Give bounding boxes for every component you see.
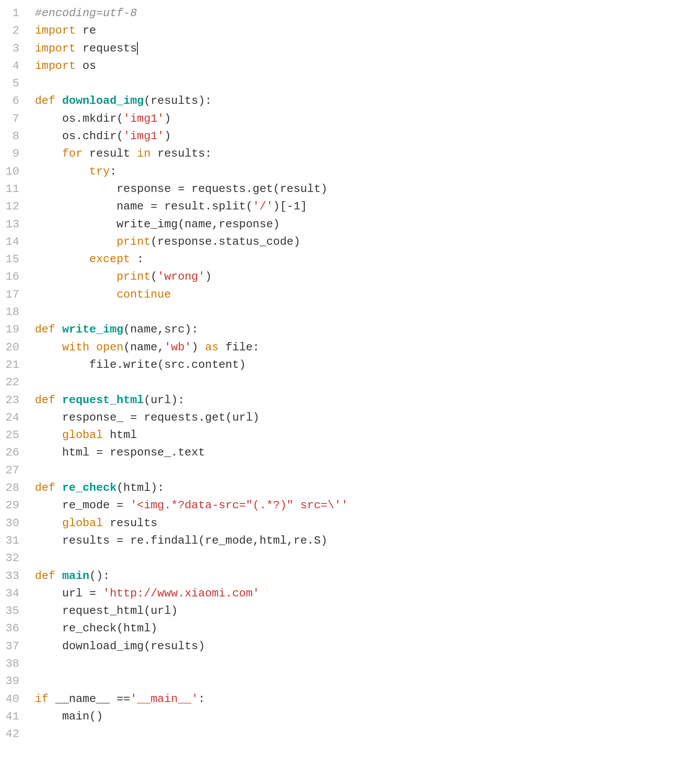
code-line: print(response.status_code): [35, 233, 691, 250]
line-number: 21: [4, 356, 19, 373]
line-number: 13: [4, 216, 19, 233]
line-number: 16: [4, 268, 19, 285]
line-number: 7: [4, 110, 19, 127]
code-line: [35, 672, 691, 690]
line-number: 37: [4, 637, 19, 655]
code-line: results = re.findall(re_mode,html,re.S): [35, 532, 691, 549]
line-number: 18: [4, 303, 19, 321]
line-number: 38: [4, 655, 19, 672]
line-number: 26: [4, 444, 19, 461]
code-line: try:: [35, 163, 691, 180]
code-line: global results: [35, 514, 691, 532]
code-line: re_check(html): [35, 620, 691, 637]
line-number: 10: [4, 163, 19, 180]
line-number: 34: [4, 585, 19, 602]
line-number: 17: [4, 286, 19, 303]
line-number: 11: [4, 180, 19, 198]
code-line: [35, 303, 691, 321]
code-line: html = response_.text: [35, 444, 691, 461]
line-number: 42: [4, 725, 19, 743]
code-line: [35, 373, 691, 391]
line-number: 15: [4, 250, 19, 268]
line-number: 25: [4, 426, 19, 444]
line-number: 3: [4, 40, 19, 57]
code-line: name = result.split('/')[-1]: [35, 198, 691, 215]
code-line: with open(name,'wb') as file:: [35, 339, 691, 356]
line-number: 40: [4, 690, 19, 708]
code-editor: 1234567891011121314151617181920212223242…: [0, 0, 700, 757]
code-line: def main():: [35, 567, 691, 585]
line-number: 24: [4, 409, 19, 426]
code-line: download_img(results): [35, 637, 691, 655]
line-number: 33: [4, 567, 19, 585]
code-line: import requests: [35, 40, 691, 57]
code-line: import os: [35, 57, 691, 75]
line-number: 8: [4, 127, 19, 145]
code-line: global html: [35, 426, 691, 444]
code-line: response_ = requests.get(url): [35, 409, 691, 426]
code-line: if __name__ =='__main__':: [35, 690, 691, 708]
line-number: 22: [4, 373, 19, 391]
code-line: os.chdir('img1'): [35, 127, 691, 145]
line-number: 41: [4, 708, 19, 725]
line-number: 31: [4, 532, 19, 549]
code-line: [35, 725, 691, 743]
line-number: 9: [4, 145, 19, 162]
line-number: 19: [4, 321, 19, 338]
line-number: 1: [4, 4, 19, 22]
code-line: import re: [35, 22, 691, 39]
line-number: 4: [4, 57, 19, 75]
code-line: for result in results:: [35, 145, 691, 162]
code-line: [35, 75, 691, 92]
code-line: except :: [35, 250, 691, 268]
line-number: 30: [4, 514, 19, 532]
code-line: response = requests.get(result): [35, 180, 691, 198]
code-line: main(): [35, 708, 691, 725]
line-number: 29: [4, 497, 19, 514]
line-number: 39: [4, 672, 19, 690]
line-numbers: 1234567891011121314151617181920212223242…: [0, 4, 26, 753]
line-number: 14: [4, 233, 19, 250]
line-number: 27: [4, 462, 19, 479]
line-number: 35: [4, 602, 19, 620]
code-content[interactable]: #encoding=utf-8import reimport requestsi…: [26, 4, 700, 753]
line-number: 23: [4, 391, 19, 409]
code-line: def download_img(results):: [35, 92, 691, 110]
line-number: 36: [4, 620, 19, 637]
code-line: url = 'http://www.xiaomi.com': [35, 585, 691, 602]
code-line: file.write(src.content): [35, 356, 691, 373]
line-number: 6: [4, 92, 19, 110]
code-line: def re_check(html):: [35, 479, 691, 497]
code-line: [35, 462, 691, 479]
code-line: os.mkdir('img1'): [35, 110, 691, 127]
line-number: 12: [4, 198, 19, 215]
code-line: print('wrong'): [35, 268, 691, 285]
code-line: request_html(url): [35, 602, 691, 620]
line-number: 5: [4, 75, 19, 92]
code-line: def request_html(url):: [35, 391, 691, 409]
code-line: [35, 655, 691, 672]
code-line: #encoding=utf-8: [35, 4, 691, 22]
line-number: 2: [4, 22, 19, 39]
line-number: 20: [4, 339, 19, 356]
code-line: write_img(name,response): [35, 216, 691, 233]
code-line: [35, 549, 691, 567]
code-line: continue: [35, 286, 691, 303]
code-line: def write_img(name,src):: [35, 321, 691, 338]
code-line: re_mode = '<img.*?data-src="(.*?)" src=\…: [35, 497, 691, 514]
line-number: 32: [4, 549, 19, 567]
line-number: 28: [4, 479, 19, 497]
